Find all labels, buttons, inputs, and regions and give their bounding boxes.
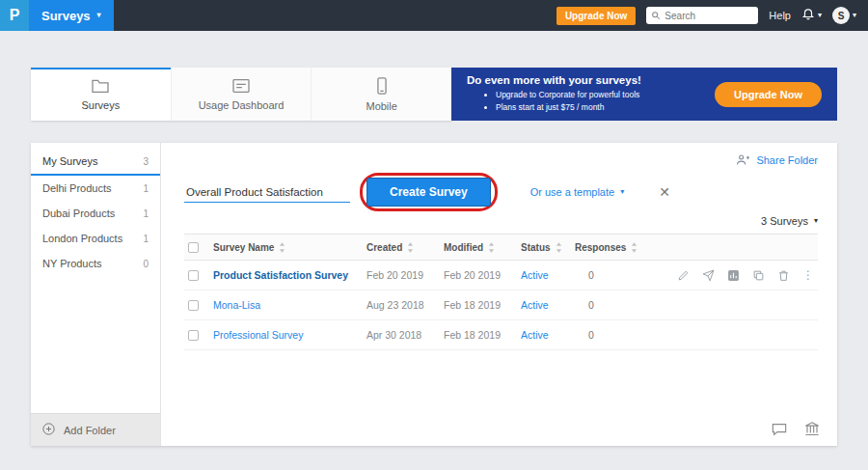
avatar: S bbox=[832, 7, 850, 24]
trash-icon[interactable] bbox=[777, 269, 790, 282]
folders-sidebar: My Surveys 3 Delhi Products 1 Dubai Prod… bbox=[31, 143, 161, 446]
table-row: Product Satisfaction Survey Feb 20 2019 … bbox=[184, 261, 818, 290]
survey-name-link[interactable]: Product Satisfaction Survey bbox=[213, 269, 348, 281]
account-menu[interactable]: S ▾ bbox=[832, 7, 856, 24]
feedback-icon[interactable] bbox=[772, 422, 787, 436]
share-folder-button[interactable]: Share Folder bbox=[184, 152, 818, 168]
chevron-down-icon: ▾ bbox=[818, 12, 822, 19]
sidebar-item-ny-products[interactable]: NY Products 0 bbox=[31, 251, 160, 276]
folder-count: 0 bbox=[143, 259, 149, 269]
row-checkbox[interactable] bbox=[188, 330, 199, 341]
created-date: Aug 23 2018 bbox=[366, 299, 444, 311]
app-logo[interactable]: P bbox=[0, 0, 29, 31]
upgrade-now-button[interactable]: Upgrade Now bbox=[556, 7, 636, 25]
folder-count: 1 bbox=[143, 183, 149, 194]
search-box[interactable] bbox=[646, 7, 758, 24]
row-checkbox[interactable] bbox=[188, 300, 199, 311]
tab-label: Surveys bbox=[81, 99, 120, 111]
dashboard-icon bbox=[231, 78, 251, 96]
surveys-content: Share Folder Create Survey Or use a temp… bbox=[161, 143, 837, 446]
status-badge: Active bbox=[521, 269, 575, 281]
folder-label: NY Products bbox=[42, 258, 102, 269]
folder-icon bbox=[91, 78, 110, 96]
chevron-down-icon: ▾ bbox=[853, 12, 856, 19]
folder-label: Delhi Products bbox=[42, 182, 112, 194]
promo-title: Do even more with your surveys! bbox=[467, 74, 715, 86]
copy-icon[interactable] bbox=[752, 269, 765, 282]
footer-tools bbox=[772, 422, 820, 436]
main-card: My Surveys 3 Delhi Products 1 Dubai Prod… bbox=[31, 143, 837, 446]
select-all-checkbox[interactable] bbox=[188, 242, 199, 253]
share-folder-icon bbox=[736, 153, 750, 168]
close-icon[interactable]: ✕ bbox=[659, 184, 670, 200]
sort-icon[interactable] bbox=[488, 242, 495, 253]
table-row: Professional Survey Apr 30 2018 Feb 18 2… bbox=[184, 320, 818, 350]
table-header-row: Survey Name Created Modified Status bbox=[184, 234, 818, 261]
survey-name-link[interactable]: Professional Survey bbox=[213, 329, 303, 341]
folder-count: 1 bbox=[143, 208, 149, 219]
header-created: Created bbox=[366, 242, 402, 253]
folder-count: 3 bbox=[143, 156, 149, 167]
promo-bullet: Upgrade to Corporate for powerful tools bbox=[496, 89, 715, 101]
header-modified: Modified bbox=[444, 242, 483, 253]
promo-upgrade-button[interactable]: Upgrade Now bbox=[715, 82, 822, 107]
folder-count: 1 bbox=[143, 234, 149, 244]
header-status: Status bbox=[521, 242, 551, 253]
edit-icon[interactable] bbox=[677, 269, 690, 282]
tab-mobile[interactable]: Mobile bbox=[311, 68, 451, 121]
row-checkbox[interactable] bbox=[188, 270, 199, 281]
help-link[interactable]: Help bbox=[769, 10, 791, 21]
promo-bullets: Upgrade to Corporate for powerful tools … bbox=[467, 89, 715, 114]
responses-count: 0 bbox=[575, 299, 646, 311]
app-menu-label: Surveys bbox=[41, 9, 91, 23]
sidebar-item-delhi-products[interactable]: Delhi Products 1 bbox=[31, 176, 160, 201]
topbar: P Surveys ▾ Upgrade Now Help ▾ S ▾ bbox=[0, 0, 868, 31]
template-link-label: Or use a template bbox=[530, 186, 614, 198]
create-survey-row: Create Survey Or use a template ▾ ✕ bbox=[184, 174, 818, 210]
status-badge: Active bbox=[521, 299, 575, 311]
sidebar-item-london-products[interactable]: London Products 1 bbox=[31, 226, 160, 251]
use-template-link[interactable]: Or use a template ▾ bbox=[530, 186, 624, 198]
share-folder-label: Share Folder bbox=[756, 154, 818, 166]
surveys-count-label: 3 Surveys bbox=[761, 215, 808, 227]
survey-name-link[interactable]: Mona-Lisa bbox=[213, 299, 260, 311]
archived-surveys-icon[interactable] bbox=[804, 422, 820, 436]
modified-date: Feb 20 2019 bbox=[444, 269, 521, 281]
created-date: Feb 20 2019 bbox=[366, 269, 444, 281]
sort-icon[interactable] bbox=[631, 242, 637, 253]
search-input[interactable] bbox=[665, 11, 753, 21]
surveys-count-dropdown[interactable]: 3 Surveys ▾ bbox=[184, 212, 818, 230]
tab-label: Mobile bbox=[366, 100, 396, 112]
header-responses: Responses bbox=[575, 242, 626, 253]
responses-count: 0 bbox=[575, 269, 646, 281]
sort-icon[interactable] bbox=[556, 242, 562, 253]
plus-circle-icon bbox=[41, 422, 56, 438]
notifications-button[interactable]: ▾ bbox=[801, 7, 822, 24]
tab-usage-dashboard[interactable]: Usage Dashboard bbox=[171, 68, 312, 121]
tab-surveys[interactable]: Surveys bbox=[31, 68, 171, 121]
send-icon[interactable] bbox=[702, 269, 715, 282]
modified-date: Feb 18 2019 bbox=[444, 329, 521, 341]
mobile-icon bbox=[375, 77, 389, 97]
sidebar-item-my-surveys[interactable]: My Surveys 3 bbox=[31, 149, 160, 176]
folder-label: My Surveys bbox=[42, 155, 97, 167]
folder-label: London Products bbox=[42, 233, 122, 244]
folder-label: Dubai Products bbox=[42, 207, 115, 219]
annotation-highlight: Create Survey bbox=[360, 173, 498, 211]
survey-name-input[interactable] bbox=[184, 182, 350, 203]
sort-icon[interactable] bbox=[407, 242, 414, 253]
status-badge: Active bbox=[521, 329, 575, 341]
sidebar-item-dubai-products[interactable]: Dubai Products 1 bbox=[31, 201, 160, 226]
create-survey-button[interactable]: Create Survey bbox=[366, 178, 491, 207]
promo-banner: Do even more with your surveys! Upgrade … bbox=[451, 68, 837, 121]
promo-text: Do even more with your surveys! Upgrade … bbox=[451, 74, 715, 114]
more-options-icon[interactable]: ⋮ bbox=[802, 268, 814, 282]
surveys-table: Survey Name Created Modified Status bbox=[184, 234, 818, 350]
app-menu-surveys[interactable]: Surveys ▾ bbox=[29, 0, 114, 31]
analytics-icon[interactable] bbox=[727, 269, 740, 282]
created-date: Apr 30 2018 bbox=[366, 329, 444, 341]
add-folder-button[interactable]: Add Folder bbox=[31, 413, 160, 446]
sort-icon[interactable] bbox=[279, 242, 285, 253]
bell-icon bbox=[801, 7, 815, 24]
add-folder-label: Add Folder bbox=[64, 425, 116, 436]
